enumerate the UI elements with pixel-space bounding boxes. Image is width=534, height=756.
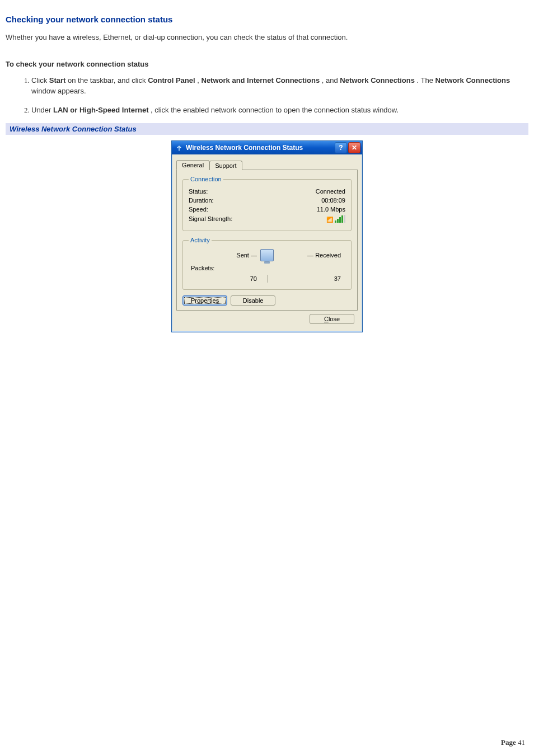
duration-value: 00:08:09 bbox=[321, 197, 345, 204]
page-label: Page bbox=[501, 738, 516, 746]
bold: Control Panel bbox=[148, 76, 195, 84]
close-x-button[interactable]: ✕ bbox=[348, 142, 360, 153]
tab-strip: General Support bbox=[176, 158, 358, 170]
intro-paragraph: Whether you have a wireless, Ethernet, o… bbox=[6, 32, 528, 43]
text: , and bbox=[322, 76, 340, 84]
step-2: Under LAN or High-Speed Internet , click… bbox=[31, 105, 528, 116]
bold: LAN or High-Speed Internet bbox=[53, 106, 148, 114]
disable-button[interactable]: Disable bbox=[231, 295, 275, 306]
text: , click the enabled network connection t… bbox=[151, 106, 399, 114]
help-button[interactable]: ? bbox=[335, 142, 347, 153]
steps-list: Click Start on the taskbar, and click Co… bbox=[6, 75, 528, 116]
bold: Network Connections bbox=[435, 76, 510, 84]
text: , bbox=[197, 76, 201, 84]
divider bbox=[267, 275, 268, 283]
tab-support[interactable]: Support bbox=[209, 161, 242, 170]
status-label: Status: bbox=[189, 188, 208, 195]
monitors-icon bbox=[260, 249, 274, 261]
status-value: Connected bbox=[316, 188, 345, 195]
text: window appears. bbox=[31, 87, 86, 95]
text: Under bbox=[31, 106, 53, 114]
packets-received-value: 37 bbox=[274, 275, 345, 282]
step-1: Click Start on the taskbar, and click Co… bbox=[31, 75, 528, 97]
activity-icon bbox=[260, 249, 274, 261]
bold: Network and Internet Connections bbox=[202, 76, 320, 84]
text: Click bbox=[31, 76, 49, 84]
duration-label: Duration: bbox=[189, 197, 214, 204]
page-number: 41 bbox=[518, 738, 525, 746]
close-button[interactable]: Close bbox=[310, 314, 354, 324]
properties-button[interactable]: Properties bbox=[182, 295, 227, 306]
dialog-title: Wireless Network Connection Status bbox=[186, 144, 335, 152]
received-label: — Received bbox=[274, 252, 345, 259]
page-footer: Page 41 bbox=[501, 738, 525, 747]
connection-legend: Connection bbox=[189, 176, 223, 182]
status-dialog: Wireless Network Connection Status ? ✕ G… bbox=[171, 140, 363, 332]
bold: Start bbox=[49, 76, 66, 84]
packets-sent-value: 70 bbox=[189, 275, 260, 282]
packets-label: Packets: bbox=[189, 265, 260, 271]
figure-caption: Wireless Network Connection Status bbox=[6, 123, 528, 135]
close-button-rest: lose bbox=[329, 316, 340, 322]
procedure-subhead: To check your network connection status bbox=[6, 60, 528, 68]
tab-general[interactable]: General bbox=[176, 160, 209, 170]
text: . The bbox=[417, 76, 435, 84]
connection-group: Connection Status: Connected Duration: 0… bbox=[182, 176, 352, 231]
signal-strength-label: Signal Strength: bbox=[189, 215, 232, 222]
dialog-titlebar[interactable]: Wireless Network Connection Status ? ✕ bbox=[172, 141, 362, 154]
bold: Network Connections bbox=[340, 76, 415, 84]
wireless-icon bbox=[175, 144, 183, 152]
signal-strength-icon: 📶 bbox=[326, 215, 345, 223]
speed-value: 11.0 Mbps bbox=[317, 206, 345, 213]
text: on the taskbar, and click bbox=[68, 76, 148, 84]
sent-label: Sent — bbox=[189, 252, 260, 259]
activity-legend: Activity bbox=[189, 237, 212, 243]
speed-label: Speed: bbox=[189, 206, 208, 213]
activity-group: Activity Sent — — Received Packets: bbox=[182, 237, 352, 290]
tab-panel-general: Connection Status: Connected Duration: 0… bbox=[176, 170, 358, 311]
section-heading: Checking your network connection status bbox=[6, 15, 528, 24]
